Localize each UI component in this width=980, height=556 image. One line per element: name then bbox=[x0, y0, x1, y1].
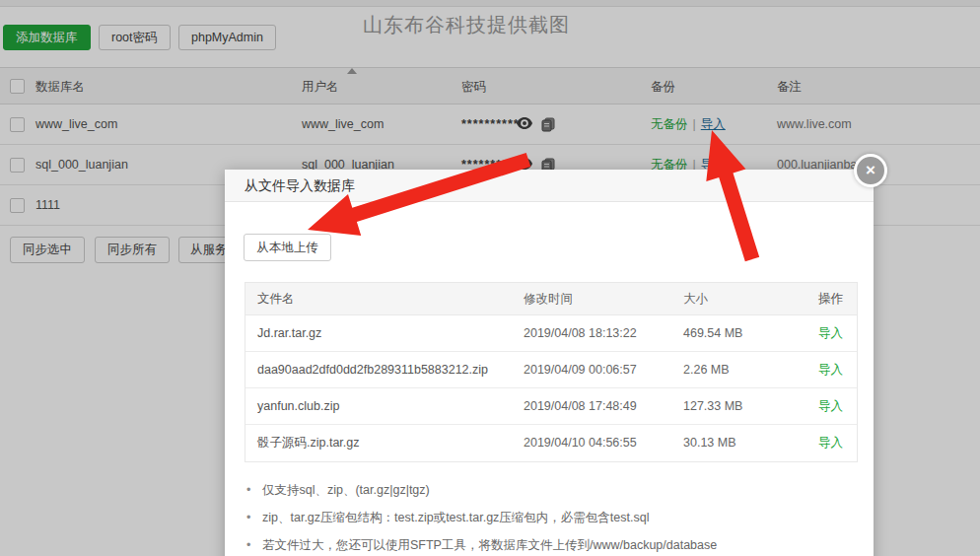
col-size: 大小 bbox=[671, 283, 788, 314]
file-import-link[interactable]: 导入 bbox=[818, 326, 843, 340]
file-row: yanfun.club.zip 2019/04/08 17:48:49 127.… bbox=[245, 388, 857, 425]
file-name: daa90aad2dfd0dd2fb289311b5883212.zip bbox=[245, 352, 524, 387]
file-mtime: 2019/04/08 18:13:22 bbox=[524, 315, 671, 351]
file-size: 127.33 MB bbox=[671, 388, 788, 424]
file-name: Jd.rar.tar.gz bbox=[245, 315, 524, 351]
database-manager-screen: 山东布谷科技提供截图 添加数据库 root密码 phpMyAdmin 数据库名 … bbox=[0, 0, 980, 556]
file-row: Jd.rar.tar.gz 2019/04/08 18:13:22 469.54… bbox=[245, 315, 857, 352]
note-item: zip、tar.gz压缩包结构：test.zip或test.tar.gz压缩包内… bbox=[245, 508, 717, 527]
note-item: 仅支持sql、zip、(tar.gz|gz|tgz) bbox=[245, 480, 717, 500]
file-row: daa90aad2dfd0dd2fb289311b5883212.zip 201… bbox=[245, 352, 857, 388]
import-database-modal: 从文件导入数据库 × 从本地上传 文件名 修改时间 大小 操作 Jd.rar.t… bbox=[225, 170, 874, 556]
file-name: 骰子源码.zip.tar.gz bbox=[245, 425, 524, 461]
col-action: 操作 bbox=[788, 283, 857, 314]
backup-file-table: 文件名 修改时间 大小 操作 Jd.rar.tar.gz 2019/04/08 … bbox=[245, 282, 858, 462]
import-notes: 仅支持sql、zip、(tar.gz|gz|tgz) zip、tar.gz压缩包… bbox=[245, 480, 717, 556]
file-size: 2.26 MB bbox=[671, 352, 788, 387]
file-mtime: 2019/04/09 00:06:57 bbox=[524, 352, 671, 387]
file-import-link[interactable]: 导入 bbox=[818, 399, 843, 413]
col-mtime: 修改时间 bbox=[524, 283, 671, 314]
note-item: 若文件过大，您还可以使用SFTP工具，将数据库文件上传到/www/backup/… bbox=[245, 535, 717, 555]
file-size: 30.13 MB bbox=[671, 425, 788, 461]
close-icon[interactable]: × bbox=[854, 154, 887, 187]
col-filename: 文件名 bbox=[245, 283, 524, 314]
file-table-header: 文件名 修改时间 大小 操作 bbox=[245, 283, 857, 315]
file-size: 469.54 MB bbox=[671, 315, 788, 351]
file-row: 骰子源码.zip.tar.gz 2019/04/10 04:56:55 30.1… bbox=[245, 425, 857, 461]
file-mtime: 2019/04/08 17:48:49 bbox=[524, 388, 671, 424]
file-name: yanfun.club.zip bbox=[245, 388, 524, 424]
file-mtime: 2019/04/10 04:56:55 bbox=[524, 425, 671, 461]
upload-local-button[interactable]: 从本地上传 bbox=[244, 234, 331, 261]
file-import-link[interactable]: 导入 bbox=[818, 363, 843, 377]
modal-title: 从文件导入数据库 bbox=[225, 170, 874, 202]
file-import-link[interactable]: 导入 bbox=[818, 436, 843, 450]
